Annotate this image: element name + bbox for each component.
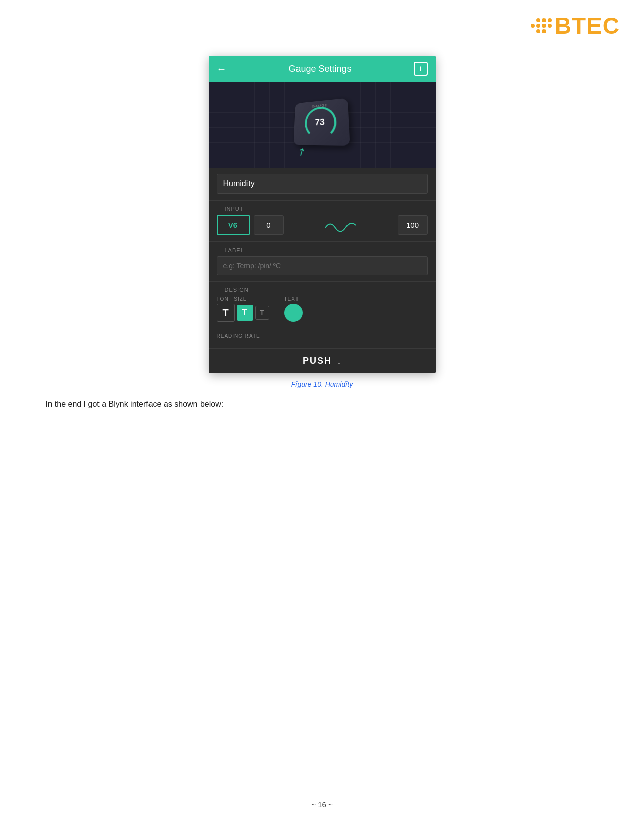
- input-row: V6: [217, 215, 428, 235]
- figure-caption: Figure 10. Humidity: [291, 380, 353, 388]
- page-content: ← Gauge Settings i GAUGE 73 ↗: [0, 0, 644, 409]
- gauge-value: 73: [315, 117, 325, 128]
- reading-rate-label: READING RATE: [217, 328, 428, 342]
- font-size-group: FONT SIZE T T T: [217, 296, 269, 322]
- push-dropdown[interactable]: PUSH ↓: [303, 356, 341, 366]
- dot: [542, 29, 546, 33]
- header-bar: ← Gauge Settings i: [209, 56, 436, 82]
- font-size-label: FONT SIZE: [217, 296, 269, 302]
- dot: [531, 24, 535, 28]
- body-text: In the end I got a Blynk interface as sh…: [45, 400, 500, 409]
- dot: [548, 29, 552, 33]
- btec-logo: BTEC: [531, 14, 620, 37]
- info-button[interactable]: i: [414, 62, 428, 76]
- wave-icon: [288, 215, 393, 235]
- text-color-picker[interactable]: [284, 304, 303, 322]
- page-number: ~ 16 ~: [311, 800, 333, 809]
- gauge-device: GAUGE 73: [293, 98, 350, 146]
- label-input[interactable]: [217, 256, 428, 275]
- dot: [548, 24, 552, 28]
- pin-select-button[interactable]: V6: [217, 215, 250, 235]
- design-section: DESIGN FONT SIZE T T T TEXT: [209, 282, 436, 328]
- push-label: PUSH: [303, 356, 332, 366]
- dot: [542, 18, 546, 22]
- dot: [531, 29, 535, 33]
- name-input[interactable]: [217, 174, 428, 194]
- text-color-label: TEXT: [284, 296, 303, 302]
- settings-area: INPUT V6 LABEL DES: [209, 168, 436, 373]
- font-medium-button[interactable]: T: [237, 305, 253, 321]
- gauge-circle: 73: [304, 105, 337, 139]
- push-row: PUSH ↓: [209, 349, 436, 373]
- font-large-button[interactable]: T: [217, 304, 235, 322]
- reading-rate-section: READING RATE: [209, 328, 436, 349]
- dot: [536, 29, 540, 33]
- label-section-label: LABEL: [217, 242, 428, 256]
- screen-title: Gauge Settings: [288, 64, 351, 74]
- gauge-widget: GAUGE 73 ↗: [292, 100, 353, 150]
- dot: [542, 24, 546, 28]
- min-value-input[interactable]: [254, 215, 284, 235]
- gauge-arrow-icon: ↗: [294, 144, 308, 159]
- dot: [536, 24, 540, 28]
- input-section-label: INPUT: [217, 201, 428, 215]
- push-arrow-icon: ↓: [337, 356, 341, 366]
- dot: [531, 18, 535, 22]
- back-button[interactable]: ←: [217, 63, 227, 75]
- input-section: INPUT V6: [209, 201, 436, 242]
- phone-mockup: ← Gauge Settings i GAUGE 73 ↗: [209, 56, 436, 373]
- dot: [548, 18, 552, 22]
- gauge-preview-area: GAUGE 73 ↗: [209, 82, 436, 168]
- btec-dots-icon: [531, 18, 552, 33]
- btec-logo-text: BTEC: [555, 14, 620, 37]
- design-row: FONT SIZE T T T TEXT: [217, 296, 428, 322]
- name-field-row: [209, 168, 436, 201]
- label-section: LABEL: [209, 242, 436, 282]
- text-color-group: TEXT: [284, 296, 303, 322]
- font-small-button[interactable]: T: [255, 306, 269, 320]
- design-section-label: DESIGN: [217, 282, 428, 296]
- font-size-buttons: T T T: [217, 304, 269, 322]
- max-value-input[interactable]: [398, 215, 428, 235]
- dot: [536, 18, 540, 22]
